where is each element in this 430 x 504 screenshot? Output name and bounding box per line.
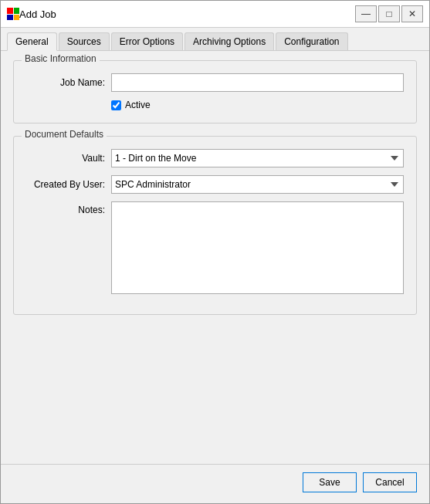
- job-name-label: Job Name:: [26, 77, 111, 88]
- main-window: Add Job — □ ✕ General Sources Error Opti…: [0, 0, 430, 504]
- document-defaults-title: Document Defaults: [22, 129, 107, 140]
- close-button[interactable]: ✕: [401, 5, 423, 22]
- maximize-button[interactable]: □: [378, 5, 400, 22]
- notes-textarea[interactable]: [111, 201, 404, 294]
- tab-sources[interactable]: Sources: [59, 32, 110, 50]
- icon-q4: [14, 15, 20, 21]
- active-label: Active: [125, 100, 151, 110]
- tab-general[interactable]: General: [7, 32, 57, 51]
- app-icon: [7, 8, 19, 20]
- tab-archiving-options[interactable]: Archiving Options: [185, 32, 274, 50]
- vault-select-wrapper: 1 - Dirt on the Move: [111, 149, 404, 167]
- job-name-field-wrapper: [111, 73, 404, 92]
- window-title: Add Job: [19, 8, 355, 20]
- footer: Save Cancel: [1, 464, 429, 503]
- created-by-select[interactable]: SPC Administrator: [111, 175, 404, 194]
- notes-label: Notes:: [26, 201, 111, 215]
- job-name-row: Job Name:: [26, 73, 404, 92]
- basic-information-group: Basic Information Job Name: Active: [13, 60, 417, 123]
- vault-label: Vault:: [26, 153, 111, 164]
- cancel-button[interactable]: Cancel: [363, 472, 417, 492]
- icon-q3: [7, 15, 13, 21]
- vault-row: Vault: 1 - Dirt on the Move: [26, 149, 404, 167]
- basic-information-title: Basic Information: [22, 53, 100, 64]
- created-by-row: Created By User: SPC Administrator: [26, 175, 404, 194]
- icon-q2: [14, 8, 20, 14]
- document-defaults-group: Document Defaults Vault: 1 - Dirt on the…: [13, 136, 417, 315]
- window-controls: — □ ✕: [355, 5, 423, 22]
- vault-select[interactable]: 1 - Dirt on the Move: [111, 149, 404, 167]
- save-button[interactable]: Save: [303, 472, 357, 492]
- tab-error-options[interactable]: Error Options: [111, 32, 183, 50]
- minimize-button[interactable]: —: [355, 5, 377, 22]
- created-by-label: Created By User:: [26, 179, 111, 190]
- tab-content-general: Basic Information Job Name: Active Docum…: [1, 51, 429, 464]
- icon-q1: [7, 8, 13, 14]
- active-checkbox[interactable]: [111, 100, 121, 110]
- notes-row: Notes:: [26, 201, 404, 294]
- tab-bar: General Sources Error Options Archiving …: [1, 28, 429, 51]
- title-bar: Add Job — □ ✕: [1, 1, 429, 28]
- active-row: Active: [111, 100, 404, 110]
- job-name-input[interactable]: [111, 73, 404, 92]
- created-by-select-wrapper: SPC Administrator: [111, 175, 404, 194]
- tab-configuration[interactable]: Configuration: [276, 32, 347, 50]
